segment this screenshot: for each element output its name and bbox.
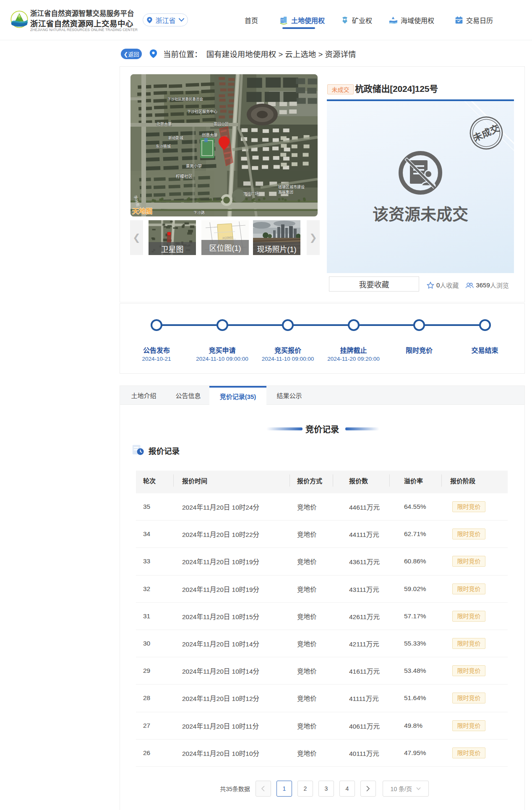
svg-text:景苑小学: 景苑小学	[186, 164, 202, 168]
svg-text:东沙铁城: 东沙铁城	[156, 144, 171, 148]
svg-text:景园小区: 景园小区	[214, 122, 229, 126]
svg-text:未成交: 未成交	[472, 123, 501, 144]
svg-text:钱塘区城市建设: 钱塘区城市建设	[278, 185, 305, 189]
svg-text:下沙社区服务中心: 下沙社区服务中心	[187, 109, 217, 114]
svg-text:下沙路: 下沙路	[193, 210, 205, 215]
svg-text:下沙广场: 下沙广场	[243, 191, 259, 196]
svg-text:创意大厦: 创意大厦	[202, 133, 218, 137]
svg-text:下沙社区居委民委员会: 下沙社区居委民委员会	[167, 97, 203, 101]
svg-text:天地图: 天地图	[132, 207, 152, 215]
svg-text:新动影城: 新动影城	[168, 135, 183, 140]
svg-text:柠檬社区: 柠檬社区	[176, 174, 193, 179]
svg-text:北苑大厦: 北苑大厦	[156, 122, 172, 126]
svg-text:发展集团: 发展集团	[278, 190, 293, 194]
